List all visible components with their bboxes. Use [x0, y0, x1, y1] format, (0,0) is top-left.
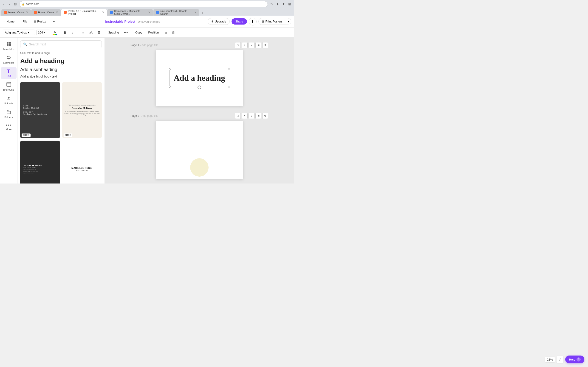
delete-button[interactable]: 🗑 [170, 29, 177, 36]
page2-controls: Page 2 - Add page title □ ∧ ∨ ⊞ 🗑 [130, 113, 268, 119]
spacing-button[interactable]: Spacing [106, 30, 121, 35]
page2-down-button[interactable]: ∨ [249, 113, 254, 119]
tab-label-1: Home - Canva [8, 11, 25, 14]
heading-text-element[interactable]: Add a heading [171, 71, 227, 85]
new-tab-button[interactable]: + [199, 10, 205, 16]
page1-up-button[interactable]: ∧ [242, 42, 248, 48]
card1-free-badge: FREE [22, 133, 31, 137]
upgrade-button[interactable]: ♛ Upgrade [208, 18, 230, 25]
sidebar-toggle-button[interactable]: ⊡ [13, 2, 18, 6]
sidebar-item-text[interactable]: T Text [1, 67, 17, 79]
tab-poster[interactable]: Poster (US) - Instructable Project ✕ [61, 9, 107, 16]
page1-controls-right: □ ∧ ∨ ⊞ 🗑 [235, 42, 268, 48]
page1-down-button[interactable]: ∨ [249, 42, 254, 48]
position-button[interactable]: Position [146, 30, 161, 35]
tab-home-1[interactable]: Home - Canva ✕ [1, 9, 31, 16]
tab-minnesota[interactable]: Homepage - Minnesota State Univer... ✕ [107, 9, 153, 16]
font-family-selector[interactable]: Adigiana Toybox ▾ [3, 30, 35, 35]
file-button[interactable]: File [20, 19, 30, 24]
italic-button[interactable]: I [69, 29, 76, 36]
handle-bottom-left[interactable] [169, 86, 171, 88]
list-button[interactable]: ☰ [95, 29, 102, 36]
download-icon[interactable]: ⬇ [275, 2, 280, 7]
tab-close-2[interactable]: ✕ [56, 11, 58, 14]
card2-free-badge: FREE [64, 133, 73, 137]
font-size-selector[interactable]: 104 ▾ [36, 30, 50, 35]
tab-home-2[interactable]: Home - Canva ✕ [31, 9, 61, 16]
page2-delete-button[interactable]: 🗑 [262, 113, 268, 119]
page1-delete-button[interactable]: 🗑 [262, 42, 268, 48]
template-card-marielle[interactable]: MARIELLE PRICE Acting Director FREE [62, 141, 102, 184]
home-label: Home [6, 20, 15, 23]
tab-close-1[interactable]: ✕ [26, 11, 28, 14]
uploads-label: Uploads [4, 102, 13, 105]
card3-email: jacob@nayventures.com [23, 170, 57, 172]
tab-close-5[interactable]: ✕ [194, 11, 197, 14]
svg-rect-1 [9, 42, 11, 44]
search-input[interactable] [29, 42, 99, 46]
print-button[interactable]: ⊞ Print Posters [259, 18, 286, 25]
sidebar-item-background[interactable]: Bkground [1, 80, 17, 93]
page2-comment-button[interactable]: □ [235, 113, 241, 119]
template-card-certificate[interactable]: This certificate is proudly presented to… [62, 82, 102, 138]
main-toolbar: ‹ Home File ⊞ Resize ↩ Instructable Proj… [0, 16, 294, 27]
add-body-button[interactable]: Add a little bit of body text [20, 75, 102, 78]
tab-favicon-3 [64, 11, 67, 14]
sidebar-item-uploads[interactable]: Uploads [1, 94, 17, 107]
share-button[interactable]: Share [232, 18, 247, 25]
page2-duplicate-button[interactable]: ⊞ [255, 113, 261, 119]
new-window-button[interactable]: ⊞ [287, 2, 292, 7]
svg-rect-7 [7, 82, 11, 86]
copy-button[interactable]: Copy [133, 30, 145, 35]
home-button[interactable]: ‹ Home [3, 19, 16, 24]
back-button[interactable]: ‹ [2, 2, 6, 6]
tab-close-4[interactable]: ✕ [148, 11, 150, 14]
rotate-handle[interactable]: ↻ [198, 85, 201, 89]
add-heading-button[interactable]: Add a heading [20, 57, 102, 65]
canvas-area: Page 1 - Add page title □ ∧ ∨ ⊞ 🗑 [105, 38, 294, 184]
text-color-picker[interactable]: A [52, 29, 58, 36]
reload-button[interactable]: ↻ [269, 2, 274, 6]
page1-comment-button[interactable]: □ [235, 42, 241, 48]
elements-label: Elements [3, 61, 14, 64]
handle-top-right[interactable] [228, 68, 230, 70]
folders-label: Folders [4, 116, 13, 119]
forward-button[interactable]: › [7, 2, 11, 6]
align-button[interactable]: ≡ [80, 29, 86, 36]
more-options-button[interactable]: ••• [123, 29, 129, 36]
upgrade-label: Upgrade [215, 20, 226, 23]
grid-icon[interactable]: ⊞ [163, 29, 169, 36]
resize-icon: ⊞ [34, 20, 36, 23]
copy-label: Copy [135, 31, 142, 34]
page2-up-button[interactable]: ∧ [242, 113, 248, 119]
handle-bottom-right[interactable] [228, 86, 230, 88]
template-card-memo[interactable]: DATE October 25, 2019 SUBJECT Employee O… [20, 82, 60, 138]
page1-duplicate-button[interactable]: ⊞ [255, 42, 261, 48]
handle-top-left[interactable] [169, 68, 171, 70]
format-toolbar: Adigiana Toybox ▾ 104 ▾ A B I ≡ aA ☰ Spa… [0, 27, 294, 38]
sidebar-item-elements[interactable]: Elements [1, 53, 17, 66]
sidebar-item-templates[interactable]: Templates [1, 40, 17, 52]
tab-favicon-5 [156, 11, 159, 14]
print-dropdown-arrow[interactable]: ▾ [286, 19, 291, 25]
download-button[interactable]: ⬇ [249, 18, 257, 25]
tab-google[interactable]: size of notcard - Google Search ✕ [153, 9, 199, 16]
sidebar-item-folders[interactable]: Folders [1, 108, 17, 120]
tab-close-3[interactable]: ✕ [102, 11, 104, 14]
add-subheading-button[interactable]: Add a subheading [20, 67, 102, 72]
resize-button[interactable]: ⊞ Resize [32, 19, 49, 24]
bold-button[interactable]: B [62, 29, 68, 36]
text-size-button[interactable]: aA [88, 29, 94, 36]
card4-title: Acting Director [65, 169, 99, 171]
search-box[interactable]: 🔍 [20, 40, 102, 48]
page1-title-placeholder: Add page title [141, 44, 158, 47]
heading-element-container[interactable]: Add a heading ↻ [171, 71, 227, 85]
folders-icon [6, 109, 11, 115]
address-bar[interactable]: 🔒 canva.com [19, 1, 268, 7]
upgrade-crown-icon: ♛ [211, 20, 214, 23]
undo-button[interactable]: ↩ [51, 19, 58, 24]
unsaved-label: Unsaved changes [138, 20, 160, 23]
sidebar-item-more[interactable]: ••• More [1, 121, 17, 133]
share-page-button[interactable]: ⬆ [281, 2, 286, 7]
template-card-jacob[interactable]: JACOB SANDERS Real Estate Broker (33) 41… [20, 141, 60, 184]
